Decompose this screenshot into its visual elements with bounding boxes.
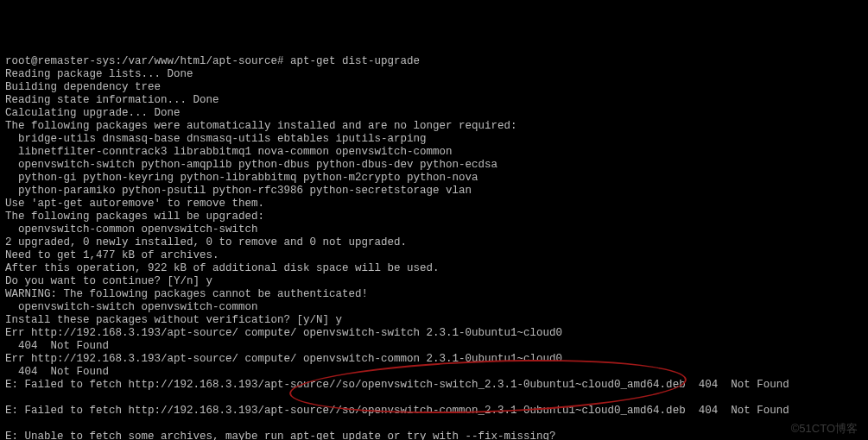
terminal-line: Use 'apt-get autoremove' to remove them. — [5, 198, 863, 211]
terminal-line: 2 upgraded, 0 newly installed, 0 to remo… — [5, 236, 863, 249]
terminal-line: Calculating upgrade... Done — [5, 107, 863, 120]
terminal-line: root@remaster-sys:/var/www/html/apt-sour… — [5, 55, 863, 68]
terminal-line: E: Unable to fetch some archives, maybe … — [5, 431, 863, 440]
terminal-line: Err http://192.168.3.193/apt-source/ com… — [5, 327, 863, 340]
terminal-line: After this operation, 922 kB of addition… — [5, 262, 863, 275]
terminal-line: Reading package lists... Done — [5, 68, 863, 81]
terminal-line: E: Failed to fetch http://192.168.3.193/… — [5, 379, 863, 392]
terminal-line: The following packages will be upgraded: — [5, 211, 863, 223]
terminal-line: Install these packages without verificat… — [5, 314, 863, 327]
terminal-line — [5, 392, 863, 405]
terminal-line: python-paramiko python-psutil python-rfc… — [5, 185, 863, 198]
terminal-line: openvswitch-switch openvswitch-common — [5, 301, 863, 314]
watermark: ©51CTO博客 — [791, 422, 858, 435]
terminal-line: Do you want to continue? [Y/n] y — [5, 275, 863, 288]
terminal-line: WARNING: The following packages cannot b… — [5, 288, 863, 301]
terminal-line: python-gi python-keyring python-librabbi… — [5, 172, 863, 185]
terminal-line: bridge-utils dnsmasq-base dnsmasq-utils … — [5, 133, 863, 146]
terminal-line — [5, 418, 863, 431]
terminal-output: root@remaster-sys:/var/www/html/apt-sour… — [5, 55, 863, 440]
terminal-line: Building dependency tree — [5, 81, 863, 94]
terminal-line: Reading state information... Done — [5, 94, 863, 107]
terminal-line: 404 Not Found — [5, 366, 863, 379]
terminal-line: openvswitch-common openvswitch-switch — [5, 223, 863, 236]
terminal-line: openvswitch-switch python-amqplib python… — [5, 159, 863, 172]
terminal-line: 404 Not Found — [5, 340, 863, 353]
terminal-line: The following packages were automaticall… — [5, 120, 863, 133]
terminal-line: E: Failed to fetch http://192.168.3.193/… — [5, 405, 863, 418]
terminal-line: libnetfilter-conntrack3 librabbitmq1 nov… — [5, 146, 863, 159]
terminal-line: Err http://192.168.3.193/apt-source/ com… — [5, 353, 863, 366]
terminal-line: Need to get 1,477 kB of archives. — [5, 249, 863, 262]
